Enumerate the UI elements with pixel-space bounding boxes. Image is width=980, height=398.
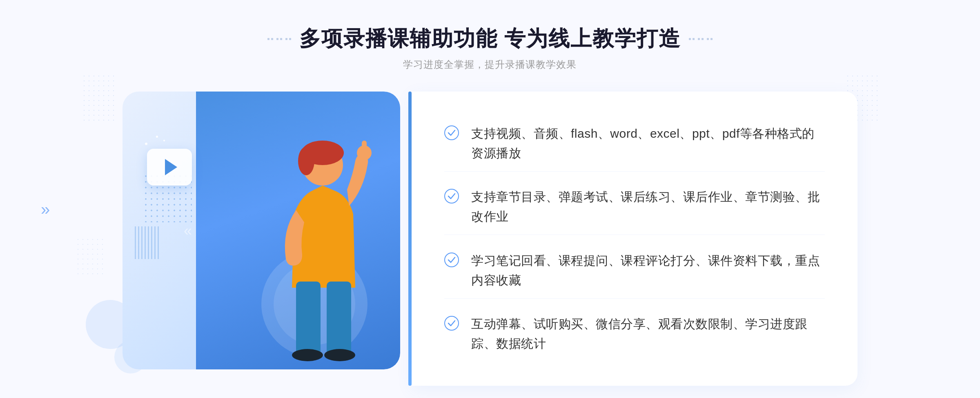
- svg-point-9: [445, 126, 459, 140]
- check-icon-3: [444, 253, 459, 267]
- feature-item-2: 支持章节目录、弹题考试、课后练习、课后作业、章节测验、批改作业: [444, 179, 825, 235]
- svg-point-5: [292, 349, 323, 361]
- check-icon-4: [444, 316, 459, 331]
- main-title: 多项录播课辅助功能 专为线上教学打造: [299, 25, 681, 53]
- stripes-decoration: [135, 226, 159, 259]
- page-container: » 多项录播课辅助功能 专为线上教学打造 学习进度全掌握，提升录播课教学效果: [0, 0, 980, 398]
- illustration-background: «: [122, 92, 400, 369]
- svg-point-10: [445, 189, 459, 203]
- feature-text-4: 互动弹幕、试听购买、微信分享、观看次数限制、学习进度跟踪、数据统计: [471, 314, 825, 353]
- play-triangle-icon: [165, 159, 177, 175]
- feature-item-4: 互动弹幕、试听购买、微信分享、观看次数限制、学习进度跟踪、数据统计: [444, 306, 825, 362]
- svg-point-2: [298, 147, 314, 175]
- dots-decoration-left: [82, 74, 114, 123]
- svg-point-11: [445, 253, 459, 267]
- svg-rect-8: [362, 141, 367, 155]
- inner-arrows-decoration: «: [184, 222, 192, 239]
- svg-rect-4: [327, 282, 351, 355]
- svg-point-6: [324, 349, 355, 361]
- sparkle-1: [145, 143, 147, 145]
- dots-decoration-left2: [76, 237, 104, 278]
- sparkle-3: [163, 140, 165, 141]
- svg-rect-3: [296, 282, 321, 355]
- features-panel: 支持视频、音频、flash、word、excel、ppt、pdf等各种格式的资源…: [412, 92, 858, 386]
- play-icon-container: [147, 149, 192, 186]
- person-illustration: [229, 132, 384, 369]
- blue-vertical-bar: [408, 92, 412, 386]
- feature-text-2: 支持章节目录、弹题考试、课后练习、课后作业、章节测验、批改作业: [471, 187, 825, 226]
- title-row: 多项录播课辅助功能 专为线上教学打造: [267, 25, 713, 53]
- feature-item-3: 学习笔记回看、课程提问、课程评论打分、课件资料下载，重点内容收藏: [444, 243, 825, 299]
- check-icon-2: [444, 189, 459, 203]
- content-area: «: [122, 92, 858, 386]
- header-section: 多项录播课辅助功能 专为线上教学打造 学习进度全掌握，提升录播课教学效果: [267, 25, 713, 71]
- title-decorator-left: [267, 38, 291, 40]
- feature-text-1: 支持视频、音频、flash、word、excel、ppt、pdf等各种格式的资源…: [471, 124, 825, 163]
- sparkle-2: [156, 136, 158, 138]
- feature-text-3: 学习笔记回看、课程提问、课程评论打分、课件资料下载，重点内容收藏: [471, 251, 825, 290]
- feature-item-1: 支持视频、音频、flash、word、excel、ppt、pdf等各种格式的资源…: [444, 116, 825, 172]
- illustration-area: «: [122, 92, 408, 386]
- arrow-decoration-left: »: [41, 200, 50, 219]
- title-decorator-right: [689, 38, 713, 40]
- subtitle: 学习进度全掌握，提升录播课教学效果: [267, 58, 713, 71]
- svg-point-12: [445, 316, 459, 330]
- check-icon-1: [444, 125, 459, 140]
